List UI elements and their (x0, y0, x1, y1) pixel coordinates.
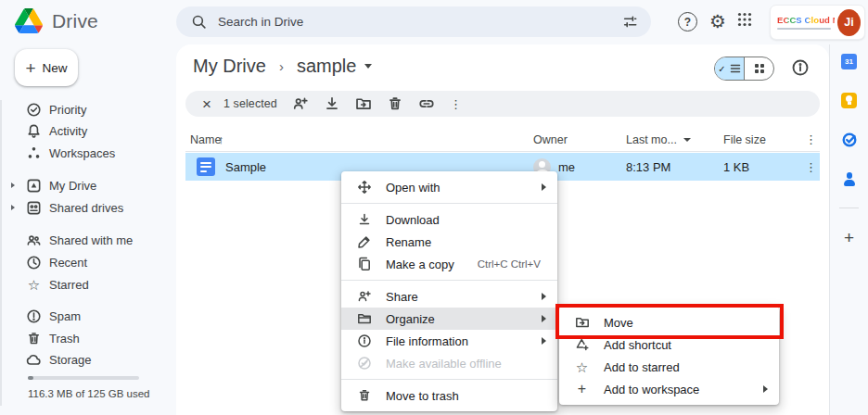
organize-submenu: Move Add shortcut ☆ Add to starred + Add… (559, 307, 779, 405)
sort-ascending-icon[interactable]: ↑ (218, 128, 224, 151)
sidebar-item-starred[interactable]: ☆ Starred (7, 273, 169, 296)
menu-item-rename[interactable]: Rename (341, 231, 557, 253)
row-more-actions-icon[interactable]: ⋮ (805, 153, 817, 181)
breadcrumb-my-drive[interactable]: My Drive (193, 56, 266, 77)
tasks-icon[interactable] (841, 132, 858, 148)
menu-item-make-available-offline: Make available offline (341, 352, 557, 374)
menu-item-move-to-trash[interactable]: Move to trash (341, 384, 557, 407)
submenu-item-add-to-starred[interactable]: ☆ Add to starred (559, 356, 779, 378)
menu-item-open-with[interactable]: Open with (341, 176, 557, 198)
expand-arrow-icon[interactable] (11, 205, 15, 210)
shared-drives-icon (26, 200, 42, 216)
menu-divider (341, 379, 557, 380)
folder-menu-caret-icon[interactable] (364, 64, 372, 69)
search-input[interactable]: Search in Drive (218, 15, 622, 29)
share-person-add-icon (356, 289, 372, 305)
storage-progress-fill (28, 376, 33, 380)
folder-icon (356, 311, 372, 327)
breadcrumb-current-folder[interactable]: sample (297, 56, 356, 77)
download-button[interactable] (324, 95, 340, 112)
check-icon: ✓ (718, 64, 725, 74)
menu-item-organize[interactable]: Organize (341, 308, 557, 330)
calendar-icon[interactable]: 31 (841, 53, 858, 69)
get-addons-plus-icon[interactable]: + (841, 230, 858, 246)
google-drive-window: Drive Search in Drive ? ⚙ ECCS Cloud Mai… (0, 0, 868, 415)
sidebar-item-my-drive[interactable]: My Drive (7, 174, 169, 196)
keep-icon[interactable] (841, 92, 858, 108)
column-owner[interactable]: Owner (533, 128, 568, 151)
sidebar-item-storage[interactable]: Storage (7, 348, 169, 371)
sidebar-item-recent[interactable]: Recent (7, 251, 169, 273)
submenu-item-add-shortcut[interactable]: Add shortcut (559, 333, 779, 356)
column-name[interactable]: Name (190, 128, 221, 151)
column-options-icon[interactable]: ⋮ (805, 128, 817, 151)
new-button[interactable]: + New (15, 49, 78, 86)
file-last-modified: 8:13 PM (626, 153, 670, 181)
list-view-button[interactable]: ✓ (715, 57, 745, 80)
star-icon: ☆ (26, 277, 42, 293)
storage-usage-text: 116.3 MB of 125 GB used (28, 388, 149, 399)
recent-clock-icon (26, 255, 42, 270)
move-to-folder-button[interactable] (355, 95, 372, 112)
add-shortcut-icon (574, 337, 590, 353)
search-bar[interactable]: Search in Drive (176, 6, 651, 37)
plus-icon: + (25, 59, 35, 77)
app-title: Drive (52, 10, 98, 32)
list-view-icon (730, 63, 741, 74)
sidebar-item-priority[interactable]: Priority (7, 98, 169, 120)
sidebar-scrollbar[interactable] (0, 100, 2, 406)
expand-arrow-icon[interactable] (11, 182, 15, 188)
sidebar-item-spam[interactable]: Spam (7, 305, 169, 327)
google-docs-icon (197, 157, 215, 176)
org-badge-name: ECCS Cloud Mail (777, 15, 835, 25)
help-icon[interactable]: ? (678, 12, 697, 31)
column-file-size[interactable]: File size (723, 128, 766, 151)
sidebar-item-activity[interactable]: Activity (7, 119, 169, 142)
file-table-header: Name ↑ Owner Last mo... File size ⋮ (185, 128, 820, 152)
clear-selection-icon[interactable]: × (202, 96, 211, 112)
priority-check-icon (26, 102, 42, 118)
sidebar-item-workspaces[interactable]: Workspaces (7, 142, 169, 164)
sidebar-item-shared-drives[interactable]: Shared drives (7, 196, 169, 219)
my-drive-icon (26, 178, 42, 194)
google-apps-grid-icon[interactable] (737, 12, 752, 27)
copy-icon (356, 257, 372, 272)
search-options-tune-icon[interactable] (622, 14, 638, 30)
search-icon (191, 14, 207, 30)
menu-item-file-information[interactable]: File information (341, 330, 557, 352)
workspaces-icon (26, 145, 42, 161)
top-bar: Drive Search in Drive ? ⚙ ECCS Cloud Mai… (0, 0, 868, 44)
keyboard-shortcut: Ctrl+C Ctrl+V (478, 258, 541, 270)
selection-toolbar: × 1 selected ⋮ (185, 91, 820, 117)
copy-link-icon[interactable] (418, 95, 435, 112)
context-menu: Open with Download Rename Make a copy Ct… (341, 171, 557, 411)
settings-gear-icon[interactable]: ⚙ (707, 8, 729, 34)
star-icon: ☆ (574, 359, 590, 375)
offline-icon (356, 356, 372, 371)
menu-item-make-a-copy[interactable]: Make a copy Ctrl+C Ctrl+V (341, 253, 557, 275)
sort-caret-icon (683, 138, 691, 142)
share-button[interactable] (292, 95, 309, 112)
grid-view-button[interactable] (745, 57, 773, 80)
sidebar-item-trash[interactable]: Trash (7, 327, 169, 349)
submenu-item-move[interactable]: Move (559, 311, 779, 333)
column-last-modified[interactable]: Last mo... (626, 128, 691, 151)
submenu-arrow-icon (542, 293, 546, 300)
details-info-icon[interactable] (791, 58, 810, 77)
contacts-icon[interactable] (841, 170, 858, 187)
account-badge[interactable]: ECCS Cloud Mail Ji (770, 5, 865, 40)
user-avatar[interactable]: Ji (837, 9, 861, 36)
submenu-item-add-to-workspace[interactable]: + Add to workspace (559, 378, 779, 400)
submenu-arrow-icon (542, 183, 546, 191)
trash-button[interactable] (387, 95, 403, 112)
open-with-icon (356, 180, 372, 195)
menu-item-share[interactable]: Share (341, 285, 557, 308)
menu-item-download[interactable]: Download (341, 208, 557, 231)
file-name: Sample (225, 153, 266, 181)
drive-logo[interactable]: Drive (15, 8, 98, 33)
more-actions-icon[interactable]: ⋮ (450, 98, 462, 110)
sidebar-item-shared-with-me[interactable]: Shared with me (7, 229, 169, 251)
submenu-arrow-icon (763, 385, 768, 393)
selected-count: 1 selected (223, 97, 277, 110)
drive-triangle-icon (15, 8, 43, 33)
